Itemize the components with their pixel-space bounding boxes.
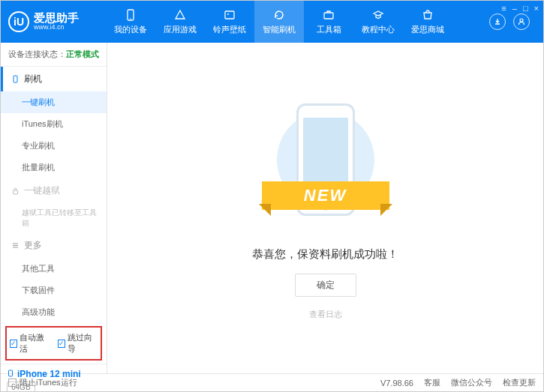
svg-point-1 (130, 18, 131, 19)
sidebar-item-itunes-flash[interactable]: iTunes刷机 (1, 113, 107, 135)
check-update-link[interactable]: 检查更新 (503, 377, 536, 388)
main-content: NEW 恭喜您，保资料刷机成功啦！ 确定 查看日志 (107, 43, 543, 373)
svg-rect-8 (9, 370, 13, 376)
sidebar-section-more[interactable]: 更多 (1, 233, 107, 258)
settings-button[interactable]: ≡ (501, 4, 506, 13)
app-subtitle: www.i4.cn (34, 24, 79, 31)
download-button[interactable] (489, 13, 506, 30)
nav-label: 铃声壁纸 (213, 24, 246, 35)
checkbox-icon (8, 379, 17, 387)
nav-label: 教程中心 (362, 24, 395, 35)
checkbox-auto-activate[interactable]: ✓ 自动激活 (10, 332, 50, 355)
status-value: 正常模式 (66, 49, 99, 58)
app-header: iU 爱思助手 www.i4.cn 我的设备 应用游戏 铃声壁纸 (1, 1, 543, 43)
sidebar: 设备连接状态：正常模式 刷机 一键刷机 iTunes刷机 专业刷机 批量刷机 一… (1, 43, 107, 373)
nav-toolbox[interactable]: 工具箱 (304, 1, 353, 43)
nav-my-device[interactable]: 我的设备 (106, 1, 155, 43)
logo: iU 爱思助手 www.i4.cn (8, 11, 106, 32)
options-highlight-box: ✓ 自动激活 ✓ 跳过向导 (5, 326, 102, 361)
close-button[interactable]: × (534, 4, 539, 13)
nav-label: 智能刷机 (263, 24, 296, 35)
nav-label: 工具箱 (317, 24, 341, 35)
view-log-link[interactable]: 查看日志 (309, 309, 342, 320)
logo-icon: iU (8, 11, 29, 32)
success-illustration: NEW (269, 96, 382, 231)
checkbox-block-itunes[interactable]: 阻止iTunes运行 (8, 377, 77, 388)
refresh-icon (272, 8, 286, 22)
checkbox-skip-guide[interactable]: ✓ 跳过向导 (58, 332, 98, 355)
phone-icon (124, 8, 137, 22)
nav-label: 爱思商城 (411, 24, 444, 35)
nav-apps[interactable]: 应用游戏 (155, 1, 205, 43)
sidebar-item-batch-flash[interactable]: 批量刷机 (1, 157, 107, 178)
sidebar-section-flash[interactable]: 刷机 (1, 67, 107, 91)
store-icon (421, 8, 434, 22)
version-text: V7.98.66 (380, 379, 413, 388)
phone-icon (11, 75, 20, 84)
customer-service-link[interactable]: 客服 (424, 377, 440, 388)
svg-point-3 (227, 13, 229, 15)
sidebar-item-pro-flash[interactable]: 专业刷机 (1, 135, 107, 157)
svg-point-5 (520, 19, 523, 22)
graduation-icon (371, 8, 385, 22)
new-banner: NEW (262, 181, 389, 210)
menu-icon (11, 241, 20, 250)
nav-store[interactable]: 爱思商城 (403, 1, 452, 43)
sidebar-item-oneclick-flash[interactable]: 一键刷机 (1, 91, 107, 113)
toolbox-icon (322, 8, 335, 22)
apps-icon (173, 8, 187, 22)
lock-icon (11, 187, 20, 196)
app-title: 爱思助手 (34, 12, 79, 25)
sidebar-item-advanced[interactable]: 高级功能 (1, 301, 107, 323)
sidebar-item-other-tools[interactable]: 其他工具 (1, 258, 107, 280)
svg-rect-6 (14, 76, 17, 82)
sidebar-section-jailbreak: 一键越狱 (1, 178, 107, 203)
svg-rect-7 (13, 190, 17, 194)
wechat-link[interactable]: 微信公众号 (451, 377, 492, 388)
nav-label: 我的设备 (114, 24, 147, 35)
window-controls: ≡ – □ × (501, 4, 539, 13)
nav-label: 应用游戏 (164, 24, 197, 35)
svg-rect-4 (324, 13, 333, 19)
image-icon (223, 8, 236, 22)
sidebar-item-download-fw[interactable]: 下载固件 (1, 280, 107, 301)
nav-flash[interactable]: 智能刷机 (254, 1, 304, 43)
nav-ringtones[interactable]: 铃声壁纸 (205, 1, 254, 43)
jailbreak-note: 越狱工具已转移至工具箱 (1, 203, 107, 233)
connection-status: 设备连接状态：正常模式 (1, 43, 107, 67)
main-nav: 我的设备 应用游戏 铃声壁纸 智能刷机 工具箱 (106, 1, 489, 43)
ok-button[interactable]: 确定 (295, 274, 356, 297)
user-button[interactable] (513, 13, 530, 30)
svg-rect-2 (225, 11, 234, 19)
minimize-button[interactable]: – (512, 4, 517, 13)
success-message: 恭喜您，保资料刷机成功啦！ (252, 247, 398, 262)
checkbox-icon: ✓ (58, 340, 65, 348)
maximize-button[interactable]: □ (523, 4, 528, 13)
checkbox-icon: ✓ (10, 340, 17, 348)
nav-tutorials[interactable]: 教程中心 (353, 1, 403, 43)
